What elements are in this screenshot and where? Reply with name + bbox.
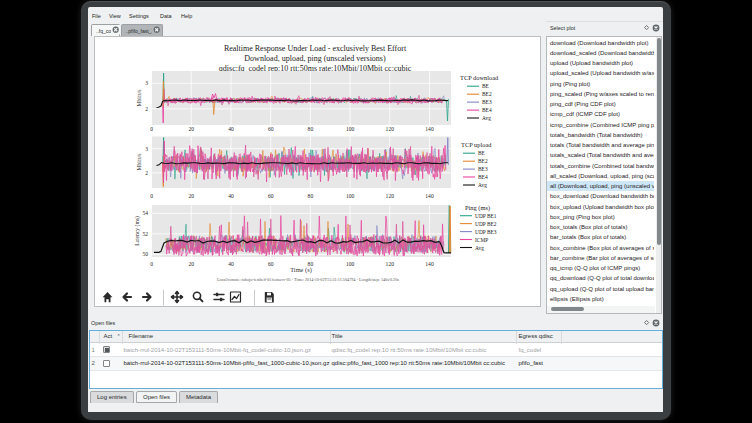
svg-text:Realtime Response Under Load -: Realtime Response Under Load - exclusive… bbox=[224, 44, 407, 53]
svg-text:Mbits/s: Mbits/s bbox=[136, 90, 142, 107]
svg-text:BE: BE bbox=[482, 83, 490, 89]
svg-text:80: 80 bbox=[308, 193, 314, 199]
svg-text:Avg: Avg bbox=[475, 245, 484, 251]
svg-text:100: 100 bbox=[346, 261, 355, 267]
svg-text:BE2: BE2 bbox=[478, 158, 488, 164]
svg-text:52: 52 bbox=[142, 231, 148, 237]
svg-text:120: 120 bbox=[386, 193, 395, 199]
svg-text:Time (s): Time (s) bbox=[290, 266, 312, 274]
svg-text:TCP download: TCP download bbox=[460, 74, 499, 81]
svg-text:3: 3 bbox=[145, 146, 148, 152]
svg-text:0: 0 bbox=[150, 193, 153, 199]
svg-text:20: 20 bbox=[189, 126, 195, 132]
svg-text:Avg: Avg bbox=[482, 115, 491, 121]
svg-text:20: 20 bbox=[189, 193, 195, 199]
svg-text:Ping (ms): Ping (ms) bbox=[465, 204, 490, 212]
svg-text:54: 54 bbox=[142, 210, 148, 216]
svg-text:Avg: Avg bbox=[478, 182, 487, 188]
svg-text:BE3: BE3 bbox=[482, 99, 492, 105]
svg-text:2: 2 bbox=[145, 106, 148, 112]
svg-text:3: 3 bbox=[145, 80, 148, 86]
svg-text:Local/remote: tohojo-testbed-0: Local/remote: tohojo-testbed-01/testserv… bbox=[217, 277, 399, 282]
svg-text:UDP BE3: UDP BE3 bbox=[475, 229, 497, 235]
svg-text:100: 100 bbox=[346, 193, 355, 199]
svg-text:40: 40 bbox=[228, 261, 234, 267]
svg-text:60: 60 bbox=[268, 261, 274, 267]
svg-text:140: 140 bbox=[425, 126, 434, 132]
svg-text:140: 140 bbox=[425, 261, 434, 267]
svg-text:BE: BE bbox=[478, 150, 486, 156]
svg-text:0: 0 bbox=[150, 126, 153, 132]
svg-text:ICMP: ICMP bbox=[475, 237, 488, 243]
svg-text:40: 40 bbox=[228, 193, 234, 199]
svg-text:Latency (ms): Latency (ms) bbox=[134, 216, 141, 246]
svg-text:50: 50 bbox=[142, 251, 148, 257]
svg-text:0: 0 bbox=[150, 261, 153, 267]
svg-text:100: 100 bbox=[346, 126, 355, 132]
svg-text:Download, upload, ping (unscal: Download, upload, ping (unscaled version… bbox=[244, 54, 386, 63]
svg-text:40: 40 bbox=[228, 126, 234, 132]
svg-text:BE2: BE2 bbox=[482, 91, 492, 97]
svg-text:UDP BE2: UDP BE2 bbox=[475, 221, 497, 227]
svg-text:TCP upload: TCP upload bbox=[461, 141, 492, 148]
svg-text:BE4: BE4 bbox=[478, 174, 488, 180]
svg-text:BE4: BE4 bbox=[482, 107, 492, 113]
svg-text:60: 60 bbox=[268, 126, 274, 132]
svg-text:120: 120 bbox=[386, 261, 395, 267]
svg-text:120: 120 bbox=[386, 126, 395, 132]
svg-text:Mbits/s: Mbits/s bbox=[136, 154, 142, 171]
svg-text:140: 140 bbox=[425, 193, 434, 199]
svg-text:80: 80 bbox=[308, 126, 314, 132]
svg-text:UDP BE1: UDP BE1 bbox=[475, 213, 497, 219]
svg-text:2: 2 bbox=[145, 170, 148, 176]
svg-text:20: 20 bbox=[189, 261, 195, 267]
svg-text:60: 60 bbox=[268, 193, 274, 199]
svg-text:BE3: BE3 bbox=[478, 166, 488, 172]
